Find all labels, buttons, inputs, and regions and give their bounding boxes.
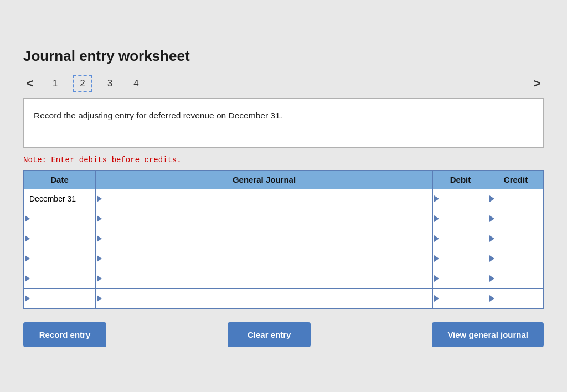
next-arrow[interactable]: > (530, 75, 544, 92)
note-text: Note: Enter debits before credits. (23, 156, 544, 164)
journal-input-1[interactable] (100, 214, 428, 223)
cell-date-2[interactable] (24, 229, 96, 249)
credit-arrow-3 (489, 255, 494, 262)
tab-4[interactable]: 4 (128, 76, 144, 91)
journal-arrow-1 (97, 215, 102, 222)
cell-journal-5[interactable] (96, 288, 433, 308)
table-row (24, 229, 544, 249)
debit-arrow-3 (434, 255, 439, 262)
cell-journal-2[interactable] (96, 229, 433, 249)
cell-credit-3[interactable] (488, 249, 544, 269)
credit-input-2[interactable] (493, 234, 539, 243)
journal-input-3[interactable] (100, 254, 428, 263)
credit-arrow-2 (489, 235, 494, 242)
table-row (24, 209, 544, 229)
journal-input-2[interactable] (100, 234, 428, 243)
credit-arrow-0 (489, 195, 494, 202)
journal-arrow-2 (97, 235, 102, 242)
date-input-1[interactable] (28, 214, 91, 223)
debit-input-0[interactable] (437, 194, 483, 203)
journal-input-0[interactable] (100, 194, 428, 203)
cell-credit-2[interactable] (488, 229, 544, 249)
cell-date-1[interactable] (24, 209, 96, 229)
cell-credit-5[interactable] (488, 288, 544, 308)
cell-debit-5[interactable] (433, 288, 488, 308)
debit-arrow-0 (434, 195, 439, 202)
row-arrow-3 (25, 255, 30, 262)
tab-3[interactable]: 3 (102, 76, 118, 91)
debit-input-1[interactable] (437, 214, 483, 223)
debit-input-4[interactable] (437, 274, 483, 283)
journal-arrow-5 (97, 295, 102, 302)
buttons-row: Record entry Clear entry View general jo… (23, 322, 544, 347)
cell-credit-4[interactable] (488, 269, 544, 288)
date-input-3[interactable] (28, 254, 91, 263)
header-date: Date (24, 170, 96, 189)
cell-debit-4[interactable] (433, 269, 488, 288)
tab-1[interactable]: 1 (47, 76, 63, 91)
cell-credit-0[interactable] (488, 189, 544, 209)
date-input-0[interactable] (28, 194, 91, 203)
record-entry-button[interactable]: Record entry (23, 322, 106, 347)
credit-input-4[interactable] (493, 274, 539, 283)
cell-date-3[interactable] (24, 249, 96, 269)
clear-entry-button[interactable]: Clear entry (228, 322, 311, 347)
tab-navigation: < 1 2 3 4 > (23, 75, 544, 92)
credit-input-0[interactable] (493, 194, 539, 203)
cell-debit-2[interactable] (433, 229, 488, 249)
cell-date-5[interactable] (24, 288, 96, 308)
instruction-box: Record the adjusting entry for deferred … (23, 98, 544, 148)
row-arrow-1 (25, 215, 30, 222)
cell-journal-3[interactable] (96, 249, 433, 269)
cell-date-0[interactable] (24, 189, 96, 209)
date-input-5[interactable] (28, 294, 91, 303)
header-credit: Credit (488, 170, 544, 189)
instruction-text: Record the adjusting entry for deferred … (34, 111, 282, 120)
credit-input-5[interactable] (493, 294, 539, 303)
journal-arrow-3 (97, 255, 102, 262)
cell-journal-1[interactable] (96, 209, 433, 229)
table-row (24, 288, 544, 308)
debit-arrow-1 (434, 215, 439, 222)
prev-arrow[interactable]: < (23, 75, 37, 92)
page-title: Journal entry worksheet (23, 48, 544, 65)
debit-input-5[interactable] (437, 294, 483, 303)
cell-debit-0[interactable] (433, 189, 488, 209)
cell-credit-1[interactable] (488, 209, 544, 229)
debit-arrow-4 (434, 275, 439, 282)
debit-input-2[interactable] (437, 234, 483, 243)
header-journal: General Journal (96, 170, 433, 189)
cell-date-4[interactable] (24, 269, 96, 288)
debit-arrow-2 (434, 235, 439, 242)
credit-arrow-4 (489, 275, 494, 282)
credit-input-1[interactable] (493, 214, 539, 223)
date-input-4[interactable] (28, 274, 91, 283)
date-input-2[interactable] (28, 234, 91, 243)
header-debit: Debit (433, 170, 488, 189)
credit-arrow-5 (489, 295, 494, 302)
row-arrow-2 (25, 235, 30, 242)
journal-arrow-4 (97, 275, 102, 282)
credit-arrow-1 (489, 215, 494, 222)
journal-input-4[interactable] (100, 274, 428, 283)
cell-journal-4[interactable] (96, 269, 433, 288)
table-row (24, 269, 544, 288)
table-row (24, 249, 544, 269)
cell-debit-1[interactable] (433, 209, 488, 229)
view-general-journal-button[interactable]: View general journal (432, 322, 544, 347)
table-row (24, 189, 544, 209)
debit-input-3[interactable] (437, 254, 483, 263)
journal-arrow-0 (97, 195, 102, 202)
cell-journal-0[interactable] (96, 189, 433, 209)
journal-entry-worksheet: Journal entry worksheet < 1 2 3 4 > Reco… (12, 34, 555, 358)
journal-table: Date General Journal Debit Credit (23, 170, 544, 309)
row-arrow-4 (25, 275, 30, 282)
tab-2[interactable]: 2 (73, 75, 91, 92)
row-arrow-5 (25, 295, 30, 302)
cell-debit-3[interactable] (433, 249, 488, 269)
debit-arrow-5 (434, 295, 439, 302)
credit-input-3[interactable] (493, 254, 539, 263)
journal-input-5[interactable] (100, 294, 428, 303)
